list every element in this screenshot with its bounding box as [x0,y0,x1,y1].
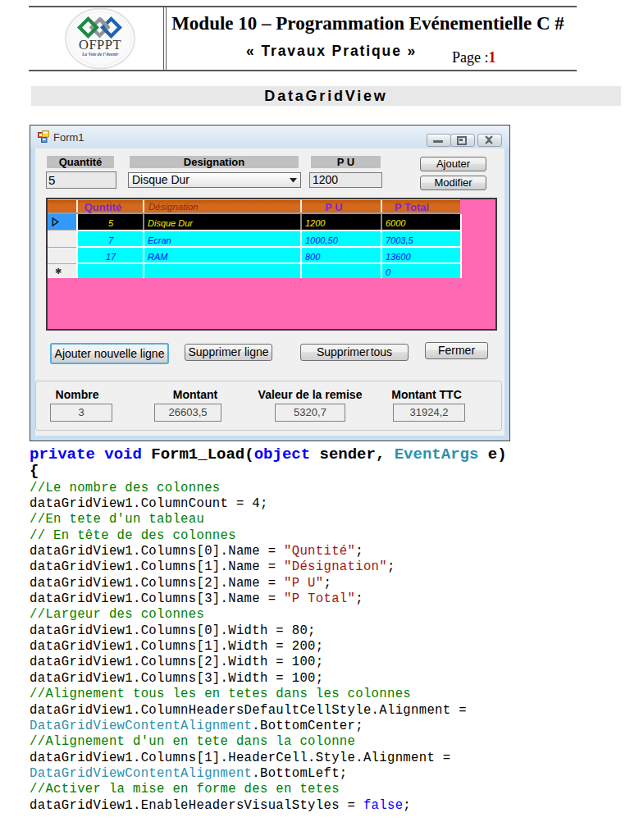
svg-text:OFPPT: OFPPT [79,37,121,52]
svg-text:La Voie de l’Avenir: La Voie de l’Avenir [81,52,119,57]
